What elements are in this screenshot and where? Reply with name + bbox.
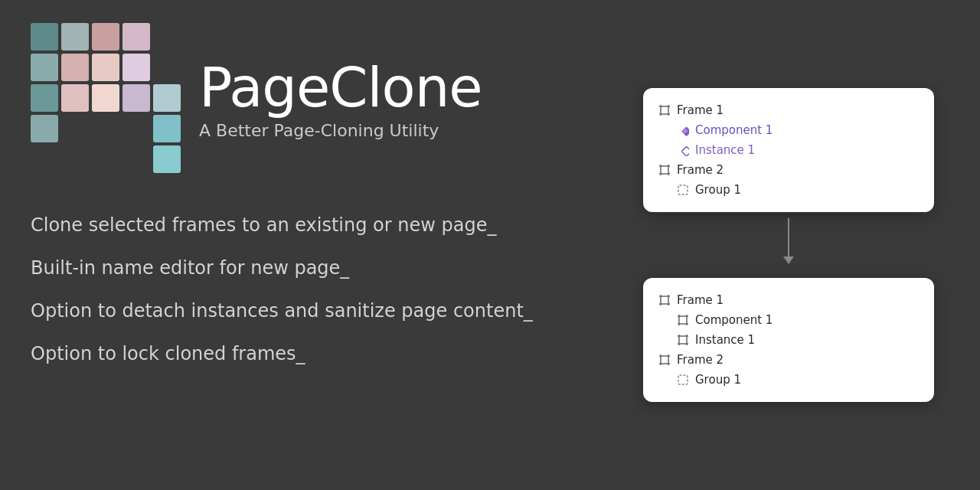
instance-icon bbox=[677, 144, 689, 156]
logo-cell bbox=[92, 84, 119, 112]
after-instance-label: Instance 1 bbox=[695, 333, 755, 347]
after-frame2-label: Frame 2 bbox=[677, 353, 724, 367]
svg-rect-6 bbox=[681, 146, 689, 156]
logo-cell bbox=[92, 54, 119, 81]
logo-cell bbox=[61, 145, 89, 173]
before-panel: Frame 1 Component 1 Instance 1 bbox=[643, 88, 934, 212]
layer-row-instance: Instance 1 bbox=[658, 140, 919, 160]
logo-cell bbox=[122, 84, 150, 112]
group-label: Group 1 bbox=[695, 183, 741, 197]
arrow-head bbox=[783, 256, 794, 264]
group-icon bbox=[677, 184, 689, 196]
svg-rect-11 bbox=[678, 185, 688, 194]
feature-1: Clone selected frames to an existing or … bbox=[31, 214, 567, 236]
header-area: PageClone A Better Page-Cloning Utility bbox=[31, 23, 567, 176]
after-group-label: Group 1 bbox=[695, 373, 741, 387]
logo-cell bbox=[92, 115, 119, 142]
after-component-icon bbox=[677, 314, 689, 326]
layer-row-frame2: Frame 2 bbox=[658, 160, 919, 180]
arrow-container bbox=[783, 218, 794, 272]
after-panel: Frame 1 Component 1 bbox=[643, 278, 934, 402]
feature-3: Option to detach instances and sanitize … bbox=[31, 300, 567, 322]
layer-label: Frame 1 bbox=[677, 103, 724, 117]
left-panel: PageClone A Better Page-Cloning Utility … bbox=[0, 0, 597, 490]
app-subtitle: A Better Page-Cloning Utility bbox=[199, 121, 482, 140]
after-group-icon bbox=[677, 374, 689, 386]
logo-cell bbox=[92, 23, 119, 51]
frame2-icon bbox=[658, 164, 671, 176]
arrow-line bbox=[788, 218, 789, 256]
logo-cell bbox=[122, 145, 150, 173]
app-title-area: PageClone A Better Page-Cloning Utility bbox=[199, 60, 482, 140]
component-label: Component 1 bbox=[695, 123, 773, 137]
logo-cell bbox=[153, 23, 181, 51]
after-instance-icon bbox=[677, 334, 689, 346]
after-group-row: Group 1 bbox=[658, 370, 919, 390]
instance-label: Instance 1 bbox=[695, 143, 755, 157]
app-logo bbox=[31, 23, 176, 176]
logo-cell bbox=[122, 23, 150, 51]
features-list: Clone selected frames to an existing or … bbox=[31, 214, 567, 364]
after-component-row: Component 1 bbox=[658, 310, 919, 330]
after-frame1-label: Frame 1 bbox=[677, 293, 724, 307]
component-icon bbox=[677, 124, 689, 136]
logo-cell bbox=[31, 145, 58, 173]
layer-row: Frame 1 bbox=[658, 100, 919, 120]
feature-4: Option to lock cloned frames_ bbox=[31, 343, 567, 364]
right-panel: Frame 1 Component 1 Instance 1 bbox=[597, 0, 980, 490]
after-frame2-icon bbox=[658, 354, 671, 366]
after-frame1-icon bbox=[658, 294, 671, 306]
layer-row-component: Component 1 bbox=[658, 120, 919, 140]
after-instance-row: Instance 1 bbox=[658, 330, 919, 350]
logo-cell bbox=[31, 115, 58, 142]
logo-cell bbox=[153, 115, 181, 142]
frame-icon bbox=[658, 104, 671, 116]
logo-cell bbox=[31, 54, 58, 81]
logo-cell bbox=[153, 54, 181, 81]
layer-row-group: Group 1 bbox=[658, 180, 919, 200]
logo-cell bbox=[61, 23, 89, 51]
svg-rect-28 bbox=[678, 375, 688, 384]
app-name: PageClone bbox=[199, 60, 482, 115]
after-layer-row-f1: Frame 1 bbox=[658, 290, 919, 310]
feature-2: Built-in name editor for new page_ bbox=[31, 257, 567, 279]
logo-cell bbox=[122, 54, 150, 81]
logo-cell bbox=[153, 84, 181, 112]
logo-cell bbox=[61, 115, 89, 142]
after-component-label: Component 1 bbox=[695, 313, 773, 327]
layer-label-frame2: Frame 2 bbox=[677, 163, 724, 177]
logo-cell bbox=[153, 145, 181, 173]
logo-cell bbox=[31, 23, 58, 51]
logo-cell bbox=[61, 84, 89, 112]
logo-cell bbox=[122, 115, 150, 142]
logo-cell bbox=[61, 54, 89, 81]
after-frame2-row: Frame 2 bbox=[658, 350, 919, 370]
logo-cell bbox=[92, 145, 119, 173]
logo-cell bbox=[31, 84, 58, 112]
